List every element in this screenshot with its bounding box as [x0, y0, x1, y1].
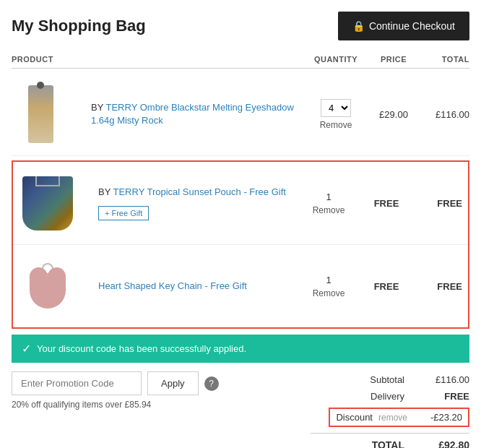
promo-input-area: Apply ? [12, 371, 296, 395]
total-eyeshadow: £116.00 [419, 109, 469, 120]
price-eyeshadow: £29.00 [368, 109, 419, 120]
lock-icon: 🔒 [352, 20, 365, 32]
help-icon[interactable]: ? [204, 376, 219, 391]
discount-amount: -£23.20 [419, 412, 462, 423]
col-quantity-header: QUANTITY [303, 55, 368, 64]
bottom-section: Apply ? 20% off qualifying items over £8… [12, 363, 469, 448]
price-pouch: FREE [361, 198, 412, 209]
discount-remove-link[interactable]: remove [378, 413, 407, 423]
col-product-header: PRODUCT [12, 55, 91, 64]
quantity-value-pouch: 1 [326, 191, 331, 202]
discount-message: Your discount code has been successfully… [37, 343, 246, 354]
subtotal-label: Subtotal [325, 374, 412, 385]
remove-link-pouch[interactable]: Remove [313, 205, 345, 215]
delivery-value: FREE [412, 391, 469, 402]
product-image-pouch [19, 171, 77, 236]
checkout-button[interactable]: 🔒 Continue Checkout [338, 12, 469, 40]
total-keychain: FREE [412, 281, 462, 292]
product-row-eyeshadow: BY TERRY Ombre Blackstar Melting Eyeshad… [12, 73, 469, 156]
eyeshadow-image [28, 85, 53, 143]
total-row: TOTAL £92.80 [311, 433, 469, 448]
product-details-pouch: BY TERRY Tropical Sunset Pouch - Free Gi… [98, 186, 296, 220]
quantity-control-pouch: 1 Remove [296, 191, 361, 215]
quantity-value-keychain: 1 [326, 275, 331, 285]
remove-link-keychain[interactable]: Remove [313, 288, 345, 298]
total-label: TOTAL [325, 439, 412, 448]
quantity-control-keychain: 1 Remove [296, 275, 361, 298]
product-image-eyeshadow [12, 82, 69, 147]
product-name-pouch: BY TERRY Tropical Sunset Pouch - Free Gi… [98, 186, 296, 199]
discount-banner: ✓ Your discount code has been successful… [12, 335, 469, 363]
product-name-eyeshadow: BY TERRY Ombre Blackstar Melting Eyeshad… [91, 101, 303, 127]
total-pouch: FREE [412, 198, 462, 209]
product-image-keychain [19, 254, 77, 319]
promo-note: 20% off qualifying items over £85.94 [12, 400, 296, 410]
order-summary: Subtotal £116.00 Delivery FREE Discount … [311, 371, 469, 448]
page-header: My Shopping Bag 🔒 Continue Checkout [12, 12, 469, 40]
price-keychain: FREE [361, 281, 412, 292]
product-row-pouch: BY TERRY Tropical Sunset Pouch - Free Gi… [13, 162, 468, 245]
pouch-image [22, 176, 73, 231]
product-row-keychain: Heart Shaped Key Chain - Free Gift 1 Rem… [13, 245, 468, 327]
product-details-keychain: Heart Shaped Key Chain - Free Gift [98, 280, 296, 293]
quantity-select-eyeshadow[interactable]: 4 1 2 3 5 [321, 99, 351, 117]
remove-link-eyeshadow[interactable]: Remove [320, 120, 352, 130]
product-name-keychain: Heart Shaped Key Chain - Free Gift [98, 280, 296, 293]
promo-input[interactable] [12, 371, 142, 395]
col-price-header: PRICE [368, 55, 419, 64]
subtotal-value: £116.00 [412, 374, 469, 385]
subtotal-row: Subtotal £116.00 [311, 371, 469, 388]
col-total-header: TOTAL [419, 55, 469, 64]
free-gift-section: BY TERRY Tropical Sunset Pouch - Free Gi… [12, 160, 469, 329]
apply-button[interactable]: Apply [147, 371, 199, 395]
discount-label: Discount [336, 412, 373, 423]
delivery-row: Delivery FREE [311, 388, 469, 405]
promo-section: Apply ? 20% off qualifying items over £8… [12, 363, 311, 448]
discount-row: Discount remove -£23.20 [311, 405, 469, 430]
keychain-image [26, 263, 69, 310]
col-empty [91, 55, 303, 64]
table-header: PRODUCT QUANTITY PRICE TOTAL [12, 55, 469, 69]
page-title: My Shopping Bag [12, 17, 146, 35]
quantity-control-eyeshadow: 4 1 2 3 5 Remove [303, 99, 368, 130]
delivery-label: Delivery [325, 391, 412, 402]
total-value: £92.80 [412, 439, 469, 448]
discount-box: Discount remove -£23.20 [329, 408, 469, 427]
product-details-eyeshadow: BY TERRY Ombre Blackstar Melting Eyeshad… [91, 101, 303, 127]
free-gift-badge[interactable]: + Free Gift [98, 206, 149, 220]
check-icon: ✓ [22, 342, 31, 356]
